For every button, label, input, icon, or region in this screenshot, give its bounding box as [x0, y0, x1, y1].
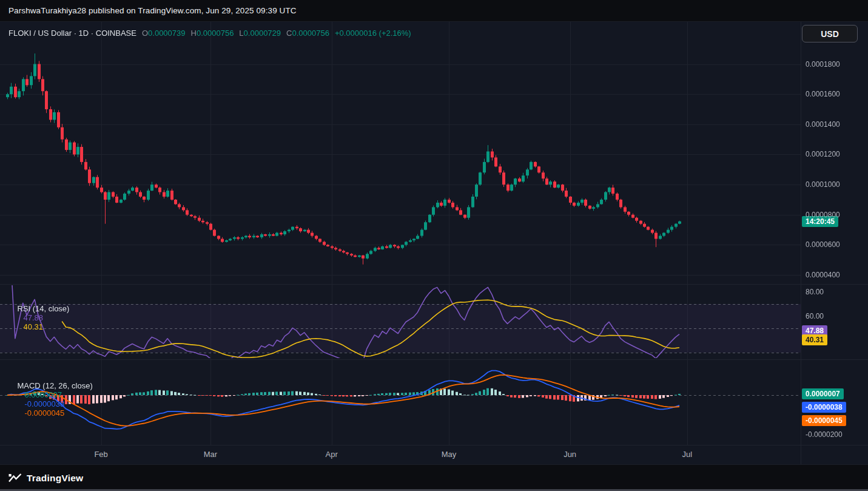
footer-bar: TradingView [0, 464, 868, 491]
attribution-bar: ParshwaTurakhiya28 published on TradingV… [0, 0, 868, 22]
pane-separator [0, 359, 868, 360]
time-axis-label: Jul [682, 450, 693, 459]
price-axis-label: 0.0001000 [806, 180, 840, 189]
macd-legend: MACD (12, 26, close) 0.0000007 -0.000003… [8, 372, 93, 427]
open-label: O [142, 29, 148, 38]
price-axis-label: 0.0000600 [806, 240, 840, 249]
time-axis-label: Jun [564, 450, 576, 459]
tradingview-brand-text: TradingView [27, 473, 83, 484]
macd-title: MACD (12, 26, close) [17, 381, 92, 390]
rsi-legend: RSI (14, close) 47.88 40.31 [8, 295, 69, 340]
rsi-value: 47.88 [23, 313, 43, 322]
price-axis-label: 0.0001600 [806, 90, 840, 98]
high-value: 0.0000756 [197, 29, 234, 38]
macd-line-value: -0.0000038 [24, 399, 64, 408]
time-axis-label: Apr [326, 450, 338, 459]
price-axis[interactable]: 14:20:45 47.88 40.31 0.0000007 -0.000003… [801, 22, 868, 445]
macd-axis-label: -0.0000200 [806, 430, 843, 439]
price-axis-label: 0.0001400 [806, 120, 840, 129]
pane-separator [0, 284, 868, 285]
rsi-title: RSI (14, close) [17, 304, 69, 313]
macd-line-badge: -0.0000038 [802, 402, 846, 413]
attribution-text: ParshwaTurakhiya28 published on TradingV… [8, 6, 297, 15]
rsi-ma-badge: 40.31 [802, 334, 827, 345]
time-axis-label: Mar [204, 450, 217, 459]
close-label: C [286, 29, 292, 38]
high-label: H [191, 29, 197, 38]
macd-signal-value: -0.0000045 [24, 408, 64, 418]
low-label: L [239, 29, 243, 38]
main-legend: FLOKI / US Dollar · 1D · COINBASE O0.000… [8, 29, 411, 38]
macd-hist-badge: 0.0000007 [802, 388, 844, 399]
chart-panes-canvas[interactable] [0, 22, 801, 445]
low-value: 0.0000729 [244, 29, 281, 38]
macd-signal-badge: -0.0000045 [802, 415, 846, 426]
macd-hist-value: 0.0000007 [24, 390, 61, 399]
time-axis-label: Feb [94, 450, 107, 459]
price-axis-label: 0.0000800 [806, 211, 840, 219]
price-axis-label: 0.0000400 [806, 271, 840, 279]
price-axis-label: 0.0001200 [806, 150, 840, 158]
close-value: 0.0000756 [292, 29, 329, 38]
rsi-axis-label: 80.00 [806, 288, 824, 296]
tradingview-link[interactable]: TradingView [8, 473, 83, 484]
rsi-ma-value: 40.31 [23, 322, 43, 331]
time-axis[interactable]: FebMarAprMayJunJul [0, 445, 801, 464]
price-axis-label: 0.0001800 [806, 60, 840, 69]
open-value: 0.0000739 [148, 29, 185, 38]
tradingview-snapshot: ParshwaTurakhiya28 published on TradingV… [0, 0, 868, 491]
time-axis-label: May [442, 450, 457, 459]
rsi-axis-label: 60.00 [806, 312, 824, 320]
change-value: +0.0000016 (+2.16%) [335, 29, 411, 38]
tradingview-logo-icon [8, 473, 22, 483]
symbol-title: FLOKI / US Dollar · 1D · COINBASE [8, 29, 136, 38]
